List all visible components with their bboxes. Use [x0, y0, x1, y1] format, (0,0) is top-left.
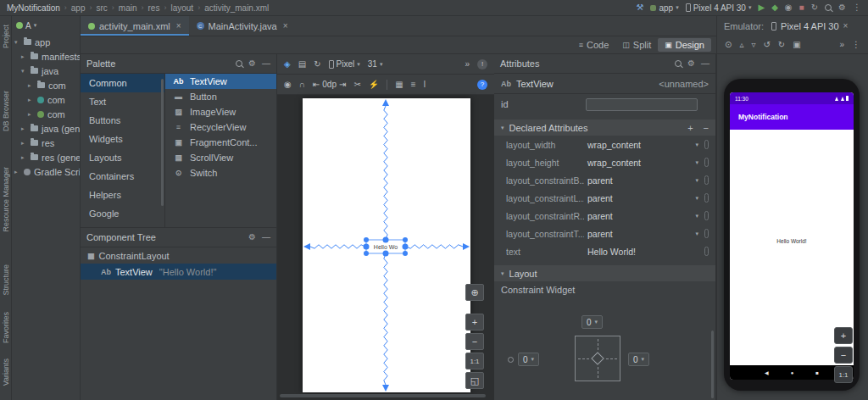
stripe-favorites[interactable]: Favorites — [2, 312, 10, 343]
screenshot-icon[interactable]: ▣ — [793, 40, 800, 49]
constraint-anchor-bottom[interactable] — [383, 251, 389, 257]
breadcrumb-app[interactable]: app — [71, 3, 86, 13]
attribute-row-constraint-left[interactable]: layout_constraintL... parent ▾ — [494, 189, 715, 207]
run-button[interactable]: ▶ — [758, 3, 765, 12]
project-view-select[interactable]: A ▾ — [12, 16, 80, 35]
align-icon[interactable]: ≡ — [411, 81, 416, 89]
close-icon[interactable]: × — [176, 21, 181, 31]
extended-controls-icon[interactable]: ⋮ — [852, 40, 860, 49]
power-icon[interactable]: ⊙ — [725, 40, 732, 49]
declared-attributes-section[interactable]: ▾ Declared Attributes + − — [494, 119, 715, 136]
project-tree-item[interactable]: ▾ app — [12, 35, 80, 49]
search-icon[interactable] — [675, 60, 682, 67]
expand-chevron-icon[interactable]: ▾ — [14, 39, 20, 46]
palette-category-buttons[interactable]: Buttons — [81, 111, 164, 130]
project-tree-item[interactable]: ▾ java — [12, 64, 80, 78]
breadcrumb-src[interactable]: src — [97, 3, 108, 13]
breadcrumb-main[interactable]: main — [119, 3, 137, 13]
expand-chevron-icon[interactable]: ▸ — [21, 125, 27, 132]
rotate-right-icon[interactable]: ↻ — [778, 40, 785, 49]
design-surface-icon[interactable]: ◈ — [284, 60, 291, 69]
project-tree-item[interactable]: ▸ res (generated) — [12, 150, 80, 164]
orientation-icon[interactable]: ↻ — [314, 60, 320, 69]
palette-item-textview[interactable]: Ab TextView — [165, 74, 276, 89]
scrollbar[interactable] — [161, 79, 164, 206]
expand-chevron-icon[interactable]: ▸ — [14, 169, 20, 175]
autoconnect-magnet-icon[interactable]: ∩ — [299, 81, 305, 89]
project-tree-item[interactable]: ▸ res — [12, 136, 80, 150]
resize-handle[interactable] — [403, 237, 408, 242]
stripe-resource-manager[interactable]: Resource Manager — [2, 167, 10, 232]
more-options-icon[interactable]: ⋮ — [853, 3, 861, 12]
constraint-anchor-right[interactable] — [403, 244, 409, 250]
resize-handle[interactable] — [403, 251, 408, 256]
palette-item-fragmentcontainer[interactable]: ▣ FragmentCont... — [165, 135, 276, 150]
margin-right-select[interactable]: 0 ▾ — [628, 353, 649, 366]
remove-attribute-button[interactable]: − — [704, 123, 709, 133]
palette-item-imageview[interactable]: ▨ ImageView — [165, 104, 276, 119]
project-tree-item[interactable]: ▸ java (generated) — [12, 121, 80, 136]
infer-constraints-icon[interactable]: ⚡ — [369, 81, 379, 89]
mode-design-button[interactable]: ▣ Design — [658, 38, 711, 52]
pack-icon[interactable]: ▦ — [395, 81, 403, 89]
zoom-fit-button[interactable]: ◱ — [465, 372, 484, 389]
palette-item-switch[interactable]: ⊙ Switch — [165, 165, 276, 181]
breadcrumb-res[interactable]: res — [148, 3, 160, 13]
search-icon[interactable] — [236, 60, 242, 67]
expand-chevron-icon[interactable]: ▸ — [28, 111, 34, 118]
attribute-row-text[interactable]: text Hello World! — [494, 242, 715, 260]
attribute-row-layout-width[interactable]: layout_width wrap_content ▾ — [494, 136, 715, 153]
gear-icon[interactable]: ⚙ — [687, 59, 695, 68]
attribute-flag-icon[interactable] — [704, 229, 709, 238]
palette-category-google[interactable]: Google — [81, 204, 164, 223]
volume-up-icon[interactable]: ▵ — [739, 40, 743, 49]
gear-icon[interactable]: ⚙ — [248, 233, 256, 242]
expand-chevron-icon[interactable]: ▸ — [28, 82, 34, 89]
breadcrumb-layout[interactable]: layout — [170, 3, 193, 13]
stripe-structure[interactable]: Structure — [2, 264, 10, 296]
palette-category-text[interactable]: Text — [81, 92, 164, 111]
chevron-down-icon[interactable]: ▾ — [695, 231, 698, 237]
mode-split-button[interactable]: ◫ Split — [615, 38, 658, 52]
palette-category-layouts[interactable]: Layouts — [81, 148, 164, 167]
palette-category-containers[interactable]: Containers — [81, 167, 164, 186]
zoom-out-button[interactable]: − — [465, 333, 484, 350]
constraint-widget-box[interactable] — [575, 336, 620, 381]
project-name[interactable]: MyNotification — [7, 3, 60, 13]
palette-item-button[interactable]: ▬ Button — [165, 89, 276, 104]
build-icon[interactable]: ⚒ — [637, 3, 644, 12]
view-options-eye-icon[interactable]: ◉ — [284, 81, 292, 89]
settings-gear-icon[interactable]: ⚙ — [838, 3, 846, 12]
constraint-anchor-top[interactable] — [383, 237, 389, 243]
sync-button[interactable]: ↻ — [811, 3, 818, 12]
palette-category-common[interactable]: Common — [81, 74, 164, 92]
attribute-row-constraint-top[interactable]: layout_constraintT... parent ▾ — [494, 225, 715, 242]
help-icon[interactable]: ? — [477, 80, 487, 90]
stripe-db-browser[interactable]: DB Browser — [2, 91, 10, 131]
expand-chevron-icon[interactable]: ▸ — [21, 154, 27, 161]
attribute-flag-icon[interactable] — [704, 175, 709, 185]
palette-item-recyclerview[interactable]: ≡ RecyclerView — [165, 119, 276, 135]
emulator-zoom-out-button[interactable]: − — [834, 347, 853, 364]
emulator-device-tab[interactable]: Pixel 4 API 30 × — [771, 21, 848, 31]
project-tree-item[interactable]: ▸ manifests — [12, 49, 80, 64]
attribute-row-layout-height[interactable]: layout_height wrap_content ▾ — [494, 153, 715, 171]
issues-panel-icon[interactable]: ! — [477, 59, 487, 69]
palette-item-scrollview[interactable]: ▤ ScrollView — [165, 150, 276, 165]
expand-chevron-icon[interactable]: ▸ — [21, 140, 27, 147]
margin-left-select[interactable]: 0 ▾ — [518, 353, 539, 366]
resize-handle[interactable] — [364, 237, 369, 242]
add-attribute-button[interactable]: + — [687, 123, 693, 133]
project-tree-item[interactable]: ▸ com — [12, 92, 80, 107]
breadcrumb-file[interactable]: activity_main.xml — [204, 3, 269, 13]
api-level-select[interactable]: 31 ▾ — [368, 59, 383, 69]
nav-recents-icon[interactable]: ■ — [815, 370, 819, 375]
mode-code-button[interactable]: ≡ Code — [572, 38, 616, 52]
minimize-icon[interactable]: — — [262, 59, 270, 68]
tab-activity-main-xml[interactable]: activity_main.xml × — [81, 16, 189, 36]
zoom-in-button[interactable]: + — [465, 314, 484, 331]
rotate-left-icon[interactable]: ↺ — [763, 40, 770, 49]
zoom-ratio-button[interactable]: 1:1 — [465, 353, 484, 369]
attribute-row-constraint-bottom[interactable]: layout_constraintB... parent ▾ — [494, 171, 715, 189]
id-input[interactable] — [586, 98, 698, 111]
